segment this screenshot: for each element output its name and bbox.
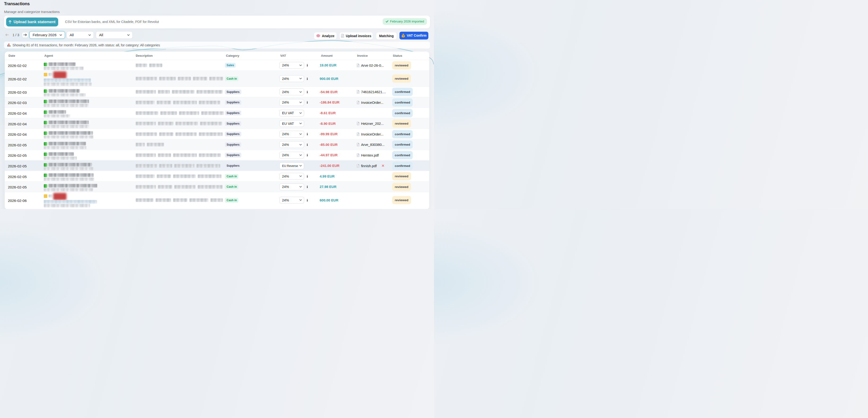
svg-text:$: $	[403, 35, 404, 37]
